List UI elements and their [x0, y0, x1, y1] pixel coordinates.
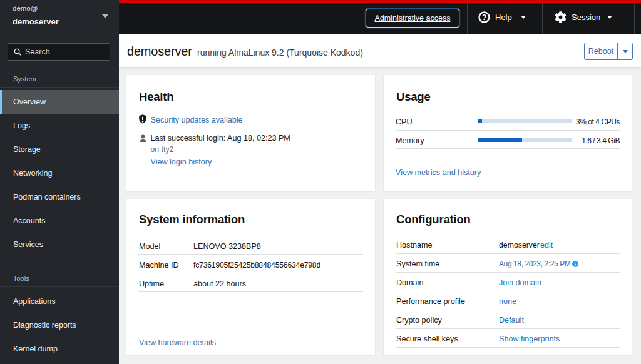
svg-text:?: ? [482, 13, 486, 21]
